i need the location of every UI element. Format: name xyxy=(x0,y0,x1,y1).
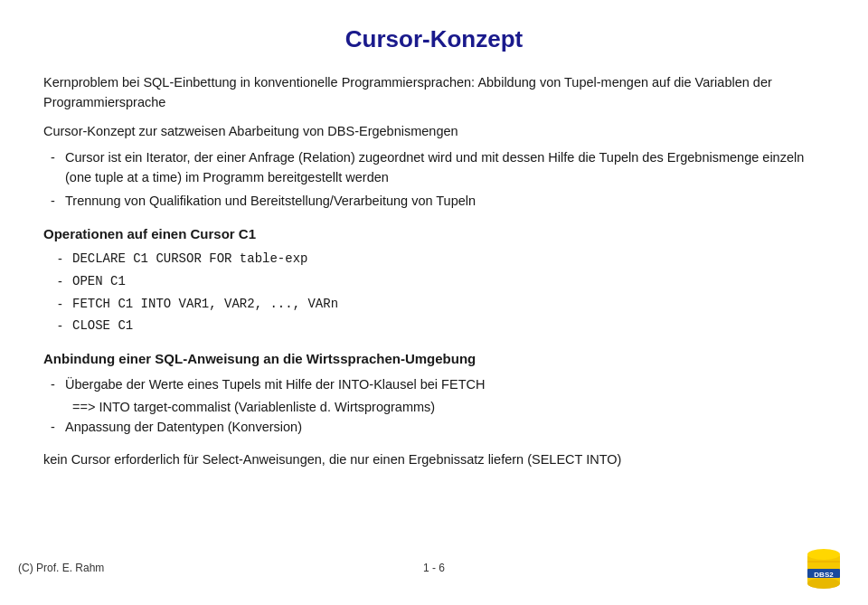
bullet-dash-2: - xyxy=(43,192,65,212)
sub-text-2: Anpassung der Datentypen (Konversion) xyxy=(65,418,825,438)
sub-dash-2: - xyxy=(43,418,65,438)
op-dash-2: - xyxy=(51,272,72,292)
db-svg-icon: DBS2 xyxy=(797,542,850,594)
svg-point-3 xyxy=(807,578,840,589)
op-item-4: - CLOSE C1 xyxy=(51,317,825,336)
arrow-text-content: ==> INTO target-commalist (Variablenlist… xyxy=(72,398,435,418)
svg-point-2 xyxy=(807,549,840,560)
bullet-text-2: Trennung von Qualifikation und Bereitste… xyxy=(65,192,825,212)
footer: (C) Prof. E. Rahm 1 - 6 DBS2 xyxy=(0,542,868,594)
op-text-3: FETCH C1 INTO VAR1, VAR2, ..., VARn xyxy=(72,295,338,314)
bullet-item-1: - Cursor ist ein Iterator, der einer Anf… xyxy=(43,148,825,188)
operations-list: - DECLARE C1 CURSOR FOR table-exp - OPEN… xyxy=(51,250,825,336)
op-dash-3: - xyxy=(51,295,72,315)
slide-content: Kernproblem bei SQL-Einbettung in konven… xyxy=(43,73,825,470)
op-text-1: DECLARE C1 CURSOR FOR table-exp xyxy=(72,250,307,269)
bullet-text-1: Cursor ist ein Iterator, der einer Anfra… xyxy=(65,148,825,188)
footer-left-text: (C) Prof. E. Rahm xyxy=(18,562,104,574)
op-dash-1: - xyxy=(51,250,72,269)
op-dash-4: - xyxy=(51,317,72,336)
op-item-1: - DECLARE C1 CURSOR FOR table-exp xyxy=(51,250,825,269)
slide: Cursor-Konzept Kernproblem bei SQL-Einbe… xyxy=(0,0,868,605)
op-text-2: OPEN C1 xyxy=(72,272,126,291)
footer-db-icon: DBS2 xyxy=(797,542,850,594)
sub-item-1: - Übergabe der Werte eines Tupels mit Hi… xyxy=(43,375,825,395)
sub-item-2: - Anpassung der Datentypen (Konversion) xyxy=(43,418,825,438)
sub-dash-1: - xyxy=(43,375,65,395)
section-heading-1: Operationen auf einen Cursor C1 xyxy=(43,224,825,245)
svg-text:DBS2: DBS2 xyxy=(814,571,834,579)
section-heading-2: Anbindung einer SQL-Anweisung an die Wir… xyxy=(43,349,825,370)
intro-paragraph-2: Cursor-Konzept zur satzweisen Abarbeitun… xyxy=(43,122,825,142)
op-item-2: - OPEN C1 xyxy=(51,272,825,292)
bullet-dash-1: - xyxy=(43,148,65,168)
arrow-line: ==> INTO target-commalist (Variablenlist… xyxy=(72,398,825,418)
sub-text-1: Übergabe der Werte eines Tupels mit Hilf… xyxy=(65,375,825,395)
op-item-3: - FETCH C1 INTO VAR1, VAR2, ..., VARn xyxy=(51,295,825,315)
op-text-4: CLOSE C1 xyxy=(72,317,133,336)
intro-paragraph-1: Kernproblem bei SQL-Einbettung in konven… xyxy=(43,73,825,113)
closing-paragraph: kein Cursor erforderlich für Select-Anwe… xyxy=(43,450,825,470)
slide-title: Cursor-Konzept xyxy=(43,25,825,53)
bullet-item-2: - Trennung von Qualifikation und Bereits… xyxy=(43,192,825,212)
footer-page-number: 1 - 6 xyxy=(423,562,445,574)
